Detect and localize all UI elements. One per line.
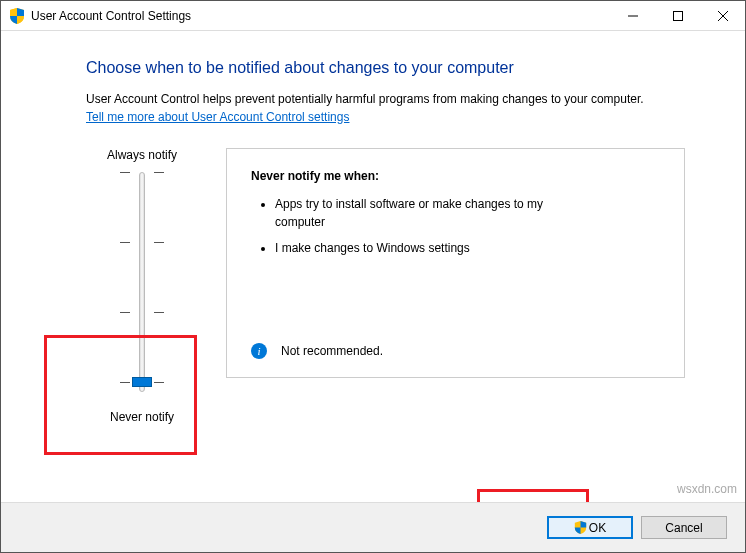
info-icon: i — [251, 343, 267, 359]
notification-slider[interactable] — [86, 172, 198, 392]
ok-button[interactable]: OK — [547, 516, 633, 539]
svg-rect-1 — [673, 11, 682, 20]
titlebar: User Account Control Settings — [1, 1, 745, 31]
info-panel: Never notify me when: Apps try to instal… — [226, 148, 685, 378]
watermark: wsxdn.com — [677, 482, 737, 496]
page-description: User Account Control helps prevent poten… — [86, 91, 685, 108]
slider-label-bottom: Never notify — [86, 410, 198, 424]
slider-thumb[interactable] — [132, 377, 152, 387]
close-button[interactable] — [700, 1, 745, 30]
info-bullet: I make changes to Windows settings — [275, 239, 575, 257]
slider-column: Always notify Never notify — [86, 148, 198, 424]
learn-more-link[interactable]: Tell me more about User Account Control … — [86, 110, 349, 124]
minimize-button[interactable] — [610, 1, 655, 30]
recommendation-text: Not recommended. — [281, 344, 383, 358]
ok-button-label: OK — [589, 521, 606, 535]
cancel-button[interactable]: Cancel — [641, 516, 727, 539]
info-title: Never notify me when: — [251, 169, 660, 183]
info-bullet: Apps try to install software or make cha… — [275, 195, 575, 231]
cancel-button-label: Cancel — [665, 521, 702, 535]
maximize-button[interactable] — [655, 1, 700, 30]
window-title: User Account Control Settings — [31, 9, 610, 23]
page-heading: Choose when to be notified about changes… — [86, 59, 685, 77]
content-area: Choose when to be notified about changes… — [1, 31, 745, 424]
shield-icon — [9, 8, 25, 24]
slider-label-top: Always notify — [86, 148, 198, 162]
shield-icon — [574, 521, 587, 534]
button-row: OK Cancel — [1, 502, 745, 552]
